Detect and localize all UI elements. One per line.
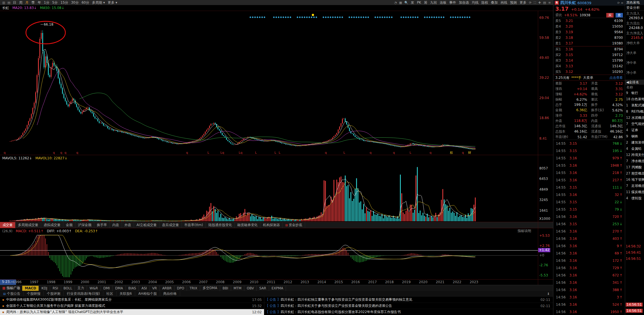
news-row[interactable]: ▪全国首个人工智能公共算力服务平台在沪揭牌 探索算力调度新模式15:32[ 公告… bbox=[0, 303, 553, 309]
ask-row[interactable]: 卖33.199564 bbox=[553, 29, 625, 35]
volume-plot[interactable] bbox=[0, 161, 553, 222]
period-5分[interactable]: 5分 bbox=[51, 0, 59, 5]
tool-PK[interactable]: PK bbox=[415, 1, 422, 5]
news-item-right[interactable]: [ 公告 ]四川长虹：四川长虹电器股份有限公司股权分置改革2022年年度保荐工作… bbox=[264, 309, 553, 315]
toolbar-mid-icon-0[interactable]: ◔ bbox=[393, 1, 398, 5]
toolbar-right-icon-4[interactable]: ≡ bbox=[547, 1, 552, 5]
dropdown-更多[interactable]: 更多 ▾ bbox=[106, 0, 119, 5]
bottom-tab-商品价格[interactable]: 商品价格 bbox=[160, 291, 180, 296]
volume-tab-换手率[interactable]: 换手率 bbox=[94, 222, 110, 228]
period-季[interactable]: 季 bbox=[30, 0, 36, 5]
dividend-marker[interactable]: q bbox=[430, 151, 431, 155]
tool-叠加[interactable]: 叠加 bbox=[489, 0, 499, 5]
tool-事件[interactable]: 事件 bbox=[448, 0, 457, 5]
toolbar-right-icon-3[interactable]: ▤ bbox=[542, 1, 547, 5]
ask-row[interactable]: 卖13.1719380 bbox=[553, 41, 625, 46]
period-1分[interactable]: 1分 bbox=[43, 0, 51, 5]
bid-row[interactable]: 买53.1210293 bbox=[553, 69, 625, 75]
dividend-marker[interactable]: Lq bbox=[220, 151, 224, 155]
sector-row[interactable]: 9银行 bbox=[625, 90, 644, 96]
sector-row[interactable]: 7空气能热泵 bbox=[625, 121, 644, 127]
volume-tab-内盘[interactable]: 内盘 bbox=[110, 222, 122, 228]
sector-row[interactable]: 7净水概念 bbox=[625, 158, 644, 164]
indicator-tab-VR[interactable]: VR bbox=[150, 286, 160, 291]
tool-均线[interactable]: 均线 bbox=[470, 0, 480, 5]
tool-连板[interactable]: 连板 bbox=[438, 0, 448, 5]
dividend-marker[interactable]: q bbox=[60, 151, 62, 155]
tool-预测[interactable]: 预测 bbox=[509, 0, 518, 5]
sector-row[interactable]: 18白色家电 bbox=[625, 96, 644, 102]
dividend-marker[interactable]: q bbox=[4, 151, 6, 155]
indicator-tab-BIAS[interactable]: BIAS bbox=[126, 286, 139, 291]
toolbar-mid-icon-1[interactable]: ▦ bbox=[398, 1, 403, 5]
ask-row[interactable]: 卖23.188700 bbox=[553, 35, 625, 41]
sector-row[interactable]: 4证券 bbox=[625, 127, 644, 133]
indicator-tab-MTM[interactable]: MTM bbox=[231, 286, 244, 291]
volume-pane[interactable]: 80576453484932451641X1000 bbox=[0, 161, 553, 222]
volume-tab-沪深金额[interactable]: 沪深金额 bbox=[75, 222, 94, 228]
indicator-tab-BOLL[interactable]: BOLL bbox=[61, 286, 75, 291]
bottom-tab-社区[interactable]: 社区 bbox=[103, 291, 117, 296]
dividend-marker[interactable]: q bbox=[462, 151, 464, 155]
notice-view-link[interactable]: 点击查看 bbox=[609, 75, 623, 80]
period-年[interactable]: 年 bbox=[36, 0, 43, 5]
dividend-marker[interactable]: q bbox=[370, 151, 372, 155]
bottom-tab-个股研报[interactable]: 个股研报 bbox=[24, 291, 44, 296]
toolbar-right-icon-2[interactable]: ✚ bbox=[537, 1, 542, 5]
bottom-tab-行业资讯筛选(每日报)[interactable]: 行业资讯筛选(每日报) bbox=[64, 291, 103, 296]
sector-row[interactable]: 12跨境支付 bbox=[625, 152, 644, 158]
bottom-tab-AH相似个股[interactable]: AH相似个股 bbox=[135, 291, 160, 296]
volume-tab-外盘[interactable]: 外盘 bbox=[122, 222, 134, 228]
news-item-right[interactable]: [ 公告 ]四川长虹：四川长虹独立董事关于参与投资设立产业投资基金暨关联交易事项… bbox=[264, 297, 553, 303]
period-30分[interactable]: 30分 bbox=[70, 0, 80, 5]
bid-row[interactable]: 买23.1519712 bbox=[553, 52, 625, 58]
dividend-marker[interactable]: L bbox=[207, 151, 209, 155]
dividend-marker[interactable]: 权 bbox=[450, 151, 453, 155]
volume-tab-盘后成交量[interactable]: 盘后成交量 bbox=[160, 222, 182, 228]
tool-发[interactable]: 发 bbox=[409, 0, 415, 5]
tool-更多[interactable]: 更多 bbox=[518, 0, 528, 5]
indicator-tab-ARBR[interactable]: ARBR bbox=[160, 286, 174, 291]
indicator-tab-DMI[interactable]: DMI bbox=[101, 286, 113, 291]
dividend-marker[interactable]: L bbox=[343, 151, 345, 155]
dividend-marker[interactable]: L bbox=[279, 151, 280, 155]
volume-tab-市盈率(ttm)[interactable]: 市盈率(ttm) bbox=[182, 222, 206, 228]
dividend-marker[interactable]: q bbox=[325, 151, 327, 155]
volume-tab-AI立桩成交量[interactable]: AI立桩成交量 bbox=[134, 222, 160, 228]
tool-画线[interactable]: 画线 bbox=[499, 0, 509, 5]
dividend-marker[interactable]: Lq bbox=[239, 151, 242, 155]
tool-除权[interactable]: 除权 bbox=[480, 0, 489, 5]
toolbar-right-icon-1[interactable]: ⛶ bbox=[533, 1, 537, 5]
volume-tab-融资融券变化[interactable]: 融资融券变化 bbox=[235, 222, 260, 228]
tool-九转[interactable]: 九转 bbox=[429, 0, 438, 5]
tool-筹[interactable]: 筹 bbox=[422, 0, 429, 5]
volume-tab-资金抄底[interactable]: ▨资金抄底 bbox=[283, 222, 305, 228]
sector-row[interactable]: 1装配式建筑 bbox=[625, 102, 644, 108]
sell-button[interactable]: 卖 bbox=[616, 13, 623, 17]
indicator-tab-EXPMA[interactable]: EXPMA bbox=[269, 286, 286, 291]
kline-plot[interactable]: 66.18 bbox=[0, 11, 553, 155]
news-row[interactable]: ▪中国移动终端集团RAX3000Z新增需求集采：长虹、星网锐捷两家瓜分17:05… bbox=[0, 296, 553, 303]
news-item-right[interactable]: [ 公告 ]四川长虹：四川长虹关于参与投资设立产业投资基金暨关联交易的进展公告0… bbox=[264, 303, 553, 309]
sector-row[interactable]: 7足球概念 bbox=[625, 183, 644, 189]
download-icon[interactable]: ⬇ bbox=[544, 292, 553, 296]
sector-row[interactable]: 27期货概念 bbox=[625, 170, 644, 177]
toolbar-left-icon-1[interactable]: ▤ bbox=[6, 1, 11, 5]
volume-tab-陆股通持股变化[interactable]: 陆股通持股变化 bbox=[206, 222, 235, 228]
bid-row[interactable]: 买33.1415799 bbox=[553, 58, 625, 63]
period-周[interactable]: 周 bbox=[18, 0, 24, 5]
macd-plot[interactable] bbox=[0, 234, 553, 279]
sector-row[interactable]: 8REITs概念 bbox=[625, 108, 644, 115]
indicator-tab-DPO[interactable]: DPO bbox=[175, 286, 187, 291]
margin-flag-icon[interactable]: R bbox=[555, 1, 559, 5]
indicator-tab-W&R[interactable]: W&R bbox=[87, 286, 101, 291]
indicator-tab-TRIX[interactable]: TRIX bbox=[187, 286, 200, 291]
quote-header-icons[interactable]: ⟳ ≡ bbox=[617, 1, 623, 5]
dividend-marker[interactable]: L bbox=[410, 151, 411, 155]
sector-row[interactable]: 17丙烯酸 bbox=[625, 164, 644, 170]
dividend-marker[interactable]: q bbox=[53, 151, 55, 155]
ask-row[interactable]: 卖53.216109 bbox=[553, 18, 625, 24]
sector-row[interactable]: 16地下管网 bbox=[625, 177, 644, 183]
bottom-tab-关联股6[interactable]: 关联股6 bbox=[117, 291, 135, 296]
dividend-marker[interactable]: q bbox=[64, 151, 66, 155]
